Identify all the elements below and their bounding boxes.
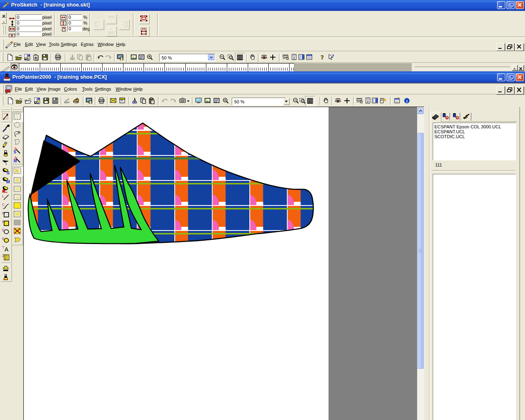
svg-text:A: A	[5, 246, 9, 252]
svg-text:8: 8	[367, 100, 369, 103]
svg-text:S: S	[7, 170, 9, 175]
svg-text:M: M	[14, 159, 17, 163]
svg-text:M: M	[6, 179, 10, 184]
svg-text:S: S	[14, 150, 16, 154]
svg-text:W: W	[121, 98, 123, 102]
svg-text:N: N	[15, 168, 19, 174]
svg-text:8: 8	[293, 56, 295, 60]
svg-text:?: ?	[321, 54, 324, 61]
svg-text:C: C	[2, 203, 5, 207]
svg-text:?: ?	[332, 54, 334, 59]
svg-text:i: i	[406, 98, 408, 103]
svg-text:L: L	[2, 194, 4, 198]
